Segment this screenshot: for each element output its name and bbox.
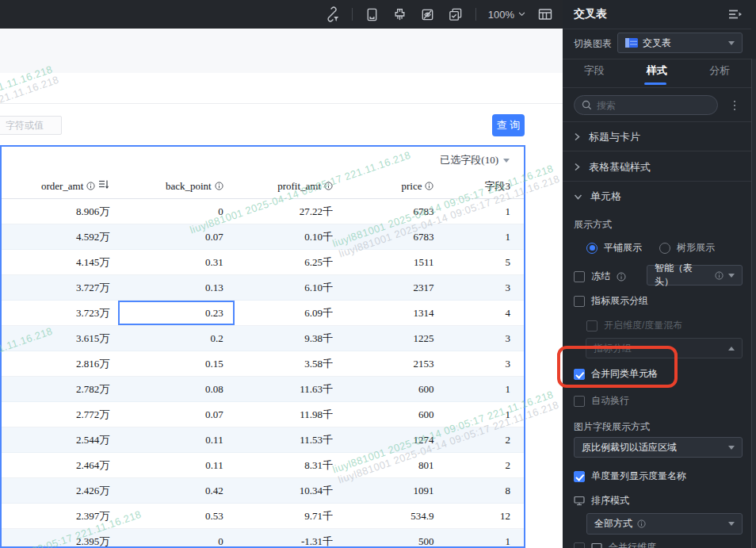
cell-field3[interactable]: 12 — [441, 504, 524, 528]
link-filter-icon[interactable] — [324, 6, 340, 22]
info-icon[interactable] — [86, 182, 95, 190]
cell-order-amt[interactable]: 2.464万 — [2, 453, 118, 477]
column-header-profit-amt[interactable]: profit_amt — [235, 174, 341, 198]
cell-field3[interactable]: 1 — [441, 402, 524, 427]
cross-table[interactable]: 已选字段(10) order_amt back_point — [0, 145, 525, 548]
cell-order-amt[interactable]: 2.772万 — [2, 402, 118, 427]
cell-profit-amt[interactable]: 6.09千 — [235, 301, 341, 325]
cell-price[interactable]: 1225 — [341, 326, 441, 351]
cell-profit-amt[interactable]: 27.22千 — [235, 199, 341, 224]
info-icon[interactable] — [617, 272, 626, 282]
cell-order-amt[interactable]: 2.397万 — [2, 504, 118, 528]
tab-fields[interactable]: 字段 — [563, 63, 625, 78]
cell-back-point[interactable]: 0.15 — [118, 351, 234, 376]
cell-order-amt[interactable]: 4.145万 — [2, 250, 118, 274]
cell-order-amt[interactable]: 2.544万 — [2, 427, 118, 452]
section-table-base-style[interactable]: 表格基础样式 — [574, 160, 651, 174]
cell-back-point[interactable]: 0.11 — [118, 427, 234, 452]
selected-fields-bar[interactable]: 已选字段(10) — [2, 147, 524, 174]
cell-price[interactable]: 6783 — [341, 199, 441, 224]
freeze-mode-select[interactable]: 智能（表头） — [647, 265, 743, 285]
cell-back-point[interactable]: 0 — [118, 199, 234, 224]
cell-back-point[interactable]: 0.2 — [118, 326, 234, 351]
cell-back-point[interactable]: 0.31 — [118, 250, 234, 274]
cell-field3[interactable]: 8 — [441, 478, 524, 503]
cell-back-point[interactable]: 0.08 — [118, 377, 234, 401]
cell-back-point[interactable]: 0.13 — [118, 275, 234, 300]
cell-order-amt[interactable]: 3.727万 — [2, 275, 118, 300]
cell-profit-amt[interactable]: -1.31千 — [235, 529, 341, 548]
cell-back-point[interactable]: 0.23 — [118, 301, 234, 325]
cell-price[interactable]: 1314 — [341, 301, 441, 325]
cell-field3[interactable]: 1 — [441, 199, 524, 224]
more-options-icon[interactable] — [729, 96, 740, 115]
chart-type-select[interactable]: 交叉表 — [617, 33, 743, 53]
cell-profit-amt[interactable]: 6.25千 — [235, 250, 341, 274]
cell-order-amt[interactable]: 3.723万 — [2, 301, 118, 325]
cell-order-amt[interactable]: 2.816万 — [2, 351, 118, 376]
cell-profit-amt[interactable]: 0.10千 — [235, 224, 341, 249]
cell-field3[interactable]: 3 — [441, 275, 524, 300]
cell-order-amt[interactable]: 8.906万 — [2, 199, 118, 224]
card-icon[interactable] — [365, 6, 380, 22]
cell-profit-amt[interactable]: 3.58千 — [235, 351, 341, 376]
cell-price[interactable]: 6783 — [341, 224, 441, 249]
freeze-checkbox[interactable] — [574, 271, 585, 282]
cell-profit-amt[interactable]: 9.38千 — [235, 326, 341, 351]
info-icon[interactable] — [425, 182, 433, 190]
auto-wrap-checkbox[interactable] — [574, 396, 585, 407]
column-header-field3[interactable]: 字段3 — [441, 174, 524, 198]
query-button[interactable]: 查 询 — [492, 114, 525, 136]
filter-value-input[interactable] — [0, 116, 62, 135]
cell-field3[interactable]: 4 — [441, 301, 524, 325]
cell-order-amt[interactable]: 2.395万 — [2, 529, 118, 548]
cell-back-point[interactable]: 0.11 — [118, 453, 234, 477]
sort-mode-select[interactable]: 全部方式 — [586, 513, 743, 535]
zoom-level-control[interactable]: 100% — [488, 9, 525, 21]
cell-order-amt[interactable]: 4.592万 — [2, 224, 118, 249]
cell-price[interactable]: 500 — [341, 529, 441, 548]
cell-field3[interactable]: 3 — [441, 326, 524, 351]
cell-price[interactable]: 1274 — [341, 427, 441, 452]
column-header-order-amt[interactable]: order_amt — [2, 174, 118, 198]
merge-row-dim-checkbox[interactable] — [574, 542, 585, 548]
cell-order-amt[interactable]: 2.426万 — [2, 478, 118, 503]
cell-field3[interactable]: 1 — [441, 224, 524, 249]
cell-price[interactable]: 600 — [341, 377, 441, 401]
section-cell[interactable]: 单元格 — [574, 190, 621, 204]
cell-field3[interactable]: 1 — [441, 529, 524, 548]
cell-price[interactable]: 2153 — [341, 351, 441, 376]
cell-price[interactable]: 801 — [341, 453, 441, 477]
merge-same-cells-checkbox[interactable] — [574, 369, 585, 380]
search-input[interactable] — [597, 100, 710, 111]
section-title-card[interactable]: 标题与卡片 — [574, 130, 640, 144]
cell-profit-amt[interactable]: 11.53千 — [235, 427, 341, 452]
cell-back-point[interactable]: 0 — [118, 529, 234, 548]
cell-price[interactable]: 534.9 — [341, 504, 441, 528]
tab-style[interactable]: 样式 — [625, 63, 688, 78]
cell-back-point[interactable]: 0.42 — [118, 478, 234, 503]
collapse-panel-icon[interactable] — [727, 7, 743, 21]
sort-descending-icon[interactable] — [98, 179, 109, 193]
radio-tree-display[interactable] — [659, 243, 670, 254]
tab-analysis[interactable]: 分析 — [689, 63, 751, 78]
cell-profit-amt[interactable]: 9.71千 — [235, 504, 341, 528]
radio-flat-display[interactable] — [586, 243, 598, 254]
cell-back-point[interactable]: 0.07 — [118, 402, 234, 427]
cell-back-point[interactable]: 0.07 — [118, 224, 234, 249]
cell-price[interactable]: 1511 — [341, 250, 441, 274]
cell-price[interactable]: 1091 — [341, 478, 441, 503]
cell-back-point[interactable]: 0.53 — [118, 504, 234, 528]
single-measure-name-checkbox[interactable] — [574, 471, 585, 482]
cell-field3[interactable]: 1 — [441, 377, 524, 401]
table-view-icon[interactable] — [537, 6, 553, 22]
cell-field3[interactable]: 2 — [441, 453, 524, 477]
cell-field3[interactable]: 2 — [441, 427, 524, 452]
info-icon[interactable] — [215, 182, 223, 190]
cell-price[interactable]: 600 — [341, 402, 441, 427]
image-field-select[interactable]: 原比例裁切以适应区域 — [574, 437, 743, 458]
cell-profit-amt[interactable]: 11.63千 — [235, 377, 341, 401]
cell-order-amt[interactable]: 2.782万 — [2, 377, 118, 401]
cell-price[interactable]: 2317 — [341, 275, 441, 300]
cell-order-amt[interactable]: 3.615万 — [2, 326, 118, 351]
